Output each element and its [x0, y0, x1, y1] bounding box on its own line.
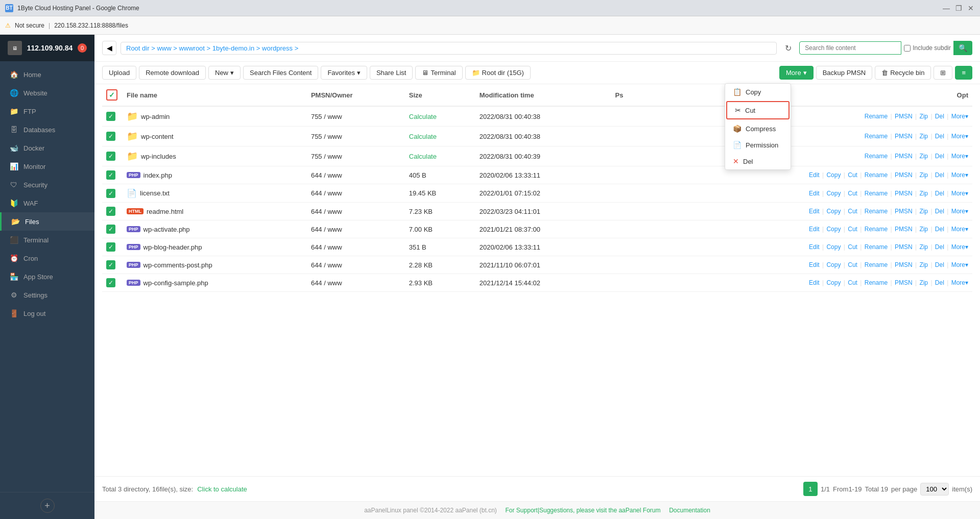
file-name[interactable]: wp-comments-post.php: [144, 261, 212, 269]
sidebar-item-docker[interactable]: 🐋 Docker: [0, 139, 94, 157]
select-all-checkbox[interactable]: ✓: [106, 89, 117, 101]
opt-link-zip[interactable]: Zip: [919, 226, 928, 233]
opt-link-rename[interactable]: Rename: [865, 279, 888, 286]
credits-right[interactable]: Documentation: [669, 507, 710, 514]
opt-link-rename[interactable]: Rename: [865, 243, 888, 251]
size-cell[interactable]: Calculate: [405, 106, 475, 127]
opt-link-rename[interactable]: Rename: [865, 133, 888, 140]
opt-link-zip[interactable]: Zip: [919, 171, 928, 179]
favorites-button[interactable]: Favorites ▾: [321, 66, 367, 80]
file-name[interactable]: license.txt: [140, 189, 170, 197]
opt-link-pmsn[interactable]: PMSN: [895, 208, 913, 215]
sidebar-item-settings[interactable]: ⚙ Settings: [0, 286, 94, 304]
opt-link-rename[interactable]: Rename: [865, 190, 888, 197]
file-name[interactable]: wp-activate.php: [144, 226, 190, 233]
opt-link-zip[interactable]: Zip: [919, 279, 928, 286]
opt-link-rename[interactable]: Rename: [865, 153, 888, 160]
opt-link-del[interactable]: Del: [935, 171, 944, 179]
backup-pmsn-button[interactable]: Backup PMSN: [816, 66, 873, 80]
search-input[interactable]: [799, 41, 901, 55]
row-checkbox[interactable]: ✓: [106, 189, 115, 198]
opt-link-rename[interactable]: Rename: [865, 113, 888, 120]
opt-link-pmsn[interactable]: PMSN: [895, 243, 913, 251]
add-button[interactable]: +: [40, 499, 55, 513]
opt-link-pmsn[interactable]: PMSN: [895, 279, 913, 286]
dropdown-permission[interactable]: 📄 Permission: [725, 137, 791, 153]
file-name[interactable]: wp-includes: [141, 153, 176, 160]
recycle-bin-button[interactable]: 🗑 Recycle bin: [875, 66, 931, 80]
sidebar-item-files[interactable]: 📂 Files: [0, 212, 94, 231]
opt-link-pmsn[interactable]: PMSN: [895, 261, 913, 268]
opt-link-edit[interactable]: Edit: [809, 261, 820, 268]
opt-link-rename[interactable]: Rename: [865, 261, 888, 268]
file-name[interactable]: wp-blog-header.php: [144, 243, 202, 251]
sidebar-item-ftp[interactable]: 📁 FTP: [0, 102, 94, 120]
file-name[interactable]: index.php: [144, 171, 172, 179]
opt-link-pmsn[interactable]: PMSN: [895, 226, 913, 233]
back-button[interactable]: ◀: [102, 41, 116, 55]
row-checkbox[interactable]: ✓: [106, 207, 115, 216]
row-checkbox[interactable]: ✓: [106, 170, 115, 180]
opt-link-more[interactable]: More▾: [951, 243, 968, 251]
sidebar-item-terminal[interactable]: ⬛ Terminal: [0, 231, 94, 249]
opt-link-copy[interactable]: Copy: [826, 226, 841, 233]
opt-link-edit[interactable]: Edit: [809, 243, 820, 251]
row-checkbox[interactable]: ✓: [106, 242, 115, 252]
breadcrumb-wordpress[interactable]: wordpress: [262, 44, 293, 52]
opt-link-zip[interactable]: Zip: [919, 113, 928, 120]
breadcrumb-domain[interactable]: 1byte-demo.in: [212, 44, 254, 52]
terminal-button[interactable]: 🖥 Terminal: [415, 66, 462, 80]
opt-link-cut[interactable]: Cut: [848, 190, 857, 197]
opt-link-del[interactable]: Del: [935, 279, 944, 286]
opt-link-copy[interactable]: Copy: [826, 171, 841, 179]
opt-link-del[interactable]: Del: [935, 153, 944, 160]
row-checkbox[interactable]: ✓: [106, 260, 115, 269]
opt-link-del[interactable]: Del: [935, 113, 944, 120]
opt-link-zip[interactable]: Zip: [919, 208, 928, 215]
opt-link-del[interactable]: Del: [935, 133, 944, 140]
opt-link-copy[interactable]: Copy: [826, 261, 841, 268]
sidebar-item-monitor[interactable]: 📊 Monitor: [0, 157, 94, 176]
file-name[interactable]: wp-content: [141, 133, 174, 140]
row-checkbox[interactable]: ✓: [106, 278, 115, 287]
opt-link-rename[interactable]: Rename: [865, 171, 888, 179]
opt-link-zip[interactable]: Zip: [919, 190, 928, 197]
row-checkbox[interactable]: ✓: [106, 112, 115, 121]
minimize-button[interactable]: —: [942, 4, 950, 12]
opt-link-more[interactable]: More▾: [951, 226, 968, 233]
calc-link[interactable]: Click to calculate: [197, 485, 247, 493]
opt-link-more[interactable]: More▾: [951, 133, 968, 140]
restore-button[interactable]: ❐: [954, 4, 963, 12]
refresh-button[interactable]: ↻: [781, 41, 795, 55]
dropdown-cut[interactable]: ✂ Cut: [726, 101, 790, 119]
opt-link-del[interactable]: Del: [935, 190, 944, 197]
opt-link-rename[interactable]: Rename: [865, 208, 888, 215]
breadcrumb-wwwroot[interactable]: wwwroot: [179, 44, 205, 52]
opt-link-cut[interactable]: Cut: [848, 208, 857, 215]
opt-link-zip[interactable]: Zip: [919, 133, 928, 140]
opt-link-zip[interactable]: Zip: [919, 261, 928, 268]
dropdown-compress[interactable]: 📦 Compress: [725, 120, 791, 137]
opt-link-more[interactable]: More▾: [951, 208, 968, 215]
upload-button[interactable]: Upload: [102, 66, 136, 80]
opt-link-del[interactable]: Del: [935, 208, 944, 215]
new-button[interactable]: New ▾: [208, 66, 241, 80]
row-checkbox[interactable]: ✓: [106, 225, 115, 234]
opt-link-pmsn[interactable]: PMSN: [895, 153, 913, 160]
opt-link-edit[interactable]: Edit: [809, 208, 820, 215]
sidebar-item-cron[interactable]: ⏰ Cron: [0, 249, 94, 267]
opt-link-more[interactable]: More▾: [951, 190, 968, 197]
opt-link-cut[interactable]: Cut: [848, 243, 857, 251]
sidebar-item-home[interactable]: 🏠 Home: [0, 65, 94, 84]
opt-link-del[interactable]: Del: [935, 261, 944, 268]
row-checkbox[interactable]: ✓: [106, 152, 115, 161]
opt-link-pmsn[interactable]: PMSN: [895, 113, 913, 120]
sidebar-item-security[interactable]: 🛡 Security: [0, 176, 94, 194]
opt-link-del[interactable]: Del: [935, 226, 944, 233]
sidebar-item-waf[interactable]: 🔰 WAF: [0, 194, 94, 212]
size-cell[interactable]: Calculate: [405, 146, 475, 166]
file-name[interactable]: wp-admin: [141, 113, 170, 120]
opt-link-edit[interactable]: Edit: [809, 279, 820, 286]
opt-link-del[interactable]: Del: [935, 243, 944, 251]
sidebar-item-website[interactable]: 🌐 Website: [0, 84, 94, 102]
